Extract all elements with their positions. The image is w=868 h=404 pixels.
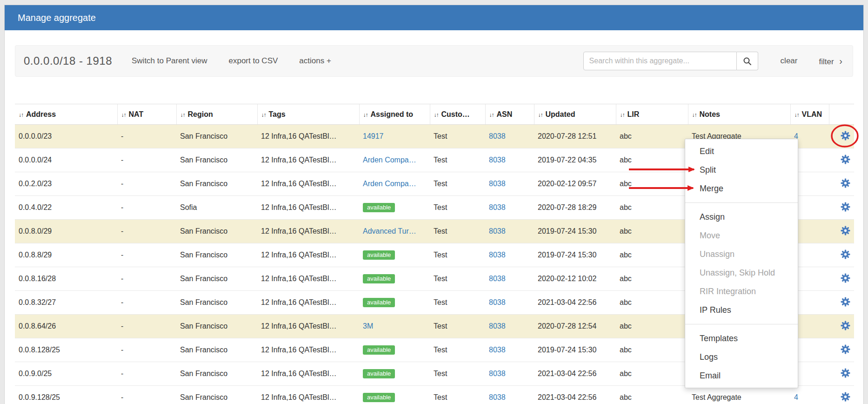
sort-icon[interactable]: ↓↑	[489, 112, 494, 118]
cell-region: San Francisco	[176, 315, 257, 338]
available-badge: available	[363, 298, 395, 307]
asn-link[interactable]: 8038	[489, 275, 506, 283]
cell-lir: abc	[616, 362, 688, 386]
cell-notes: Test Aggregate	[688, 386, 790, 404]
menu-item-split[interactable]: Split	[685, 161, 798, 179]
asn-link[interactable]: 8038	[489, 322, 506, 330]
search-input[interactable]	[583, 52, 737, 70]
gear-icon[interactable]	[841, 226, 850, 236]
page-header: Manage aggregate	[5, 5, 863, 30]
column-header-vlan[interactable]: ↓↑VLAN	[790, 104, 829, 125]
sort-icon[interactable]: ↓↑	[261, 112, 266, 118]
gear-icon[interactable]	[841, 368, 850, 378]
menu-item-templates[interactable]: Templates	[685, 329, 798, 348]
cell-assigned: Advanced Tur…	[359, 220, 430, 243]
cell-assigned: 14917	[359, 125, 430, 148]
asn-link[interactable]: 8038	[489, 298, 506, 306]
clear-button[interactable]: clear	[781, 56, 798, 66]
cell-assigned: available	[359, 291, 430, 315]
cell-customer: Test	[430, 315, 485, 338]
assigned-to-link[interactable]: 14917	[363, 132, 384, 140]
sort-icon[interactable]: ↓↑	[121, 112, 126, 118]
cell-region: San Francisco	[176, 148, 257, 172]
gear-icon[interactable]	[841, 273, 850, 283]
menu-item-merge[interactable]: Merge	[685, 179, 798, 198]
column-header-nat[interactable]: ↓↑NAT	[117, 104, 176, 125]
asn-link[interactable]: 8038	[489, 203, 506, 211]
export-csv-button[interactable]: export to CSV	[229, 56, 278, 66]
cell-customer: Test	[430, 386, 485, 404]
column-header-lir[interactable]: ↓↑LIR	[616, 104, 688, 125]
cell-address: 0.0.9.128/25	[15, 386, 117, 404]
cell-customer: Test	[430, 172, 485, 196]
gear-icon[interactable]	[841, 202, 850, 212]
cell-region: San Francisco	[176, 220, 257, 243]
vlan-link[interactable]: 4	[794, 393, 798, 401]
column-header-customer[interactable]: ↓↑Custo…	[430, 104, 485, 125]
asn-link[interactable]: 8038	[489, 251, 506, 259]
cell-address: 0.0.2.0/23	[15, 172, 117, 196]
sort-icon[interactable]: ↓↑	[795, 112, 799, 118]
cell-customer: Test	[430, 148, 485, 172]
asn-link[interactable]: 8038	[489, 156, 506, 164]
menu-item-logs[interactable]: Logs	[685, 348, 798, 366]
sort-icon[interactable]: ↓↑	[19, 112, 23, 118]
cell-tags: 12 Infra,16 QATestBl…	[257, 386, 359, 404]
column-header-tags[interactable]: ↓↑Tags	[257, 104, 359, 125]
cell-region: San Francisco	[176, 291, 257, 315]
column-header-region[interactable]: ↓↑Region	[176, 104, 257, 125]
table-header-row: ↓↑Address↓↑NAT↓↑Region↓↑Tags↓↑Assigned t…	[15, 104, 854, 125]
assigned-to-link[interactable]: 3M	[363, 322, 373, 330]
column-header-notes[interactable]: ↓↑Notes	[688, 104, 790, 125]
sort-icon[interactable]: ↓↑	[180, 112, 185, 118]
cell-asn: 8038	[485, 220, 534, 243]
filter-button[interactable]: filter ›	[819, 56, 842, 67]
sort-icon[interactable]: ↓↑	[538, 112, 543, 118]
sort-icon[interactable]: ↓↑	[434, 112, 439, 118]
page-title: Manage aggregate	[18, 13, 96, 23]
gear-icon[interactable]	[841, 131, 850, 141]
sort-icon[interactable]: ↓↑	[620, 112, 625, 118]
sort-icon[interactable]: ↓↑	[363, 112, 368, 118]
cell-lir: abc	[616, 315, 688, 338]
gear-icon[interactable]	[841, 392, 850, 402]
menu-item-edit[interactable]: Edit	[685, 142, 798, 161]
cell-address: 0.0.8.0/29	[15, 220, 117, 243]
sort-icon[interactable]: ↓↑	[692, 112, 697, 118]
menu-item-ip-rules[interactable]: IP Rules	[685, 301, 798, 319]
asn-link[interactable]: 8038	[489, 370, 506, 377]
menu-item-assign[interactable]: Assign	[685, 208, 798, 226]
asn-link[interactable]: 8038	[489, 180, 506, 188]
search-button[interactable]	[737, 52, 758, 70]
asn-link[interactable]: 8038	[489, 132, 506, 140]
gear-icon[interactable]	[841, 321, 850, 330]
gear-icon[interactable]	[841, 178, 850, 188]
asn-link[interactable]: 8038	[489, 393, 506, 401]
cell-address: 0.0.8.64/26	[15, 315, 117, 338]
gear-icon[interactable]	[841, 297, 850, 307]
column-label: Address	[26, 110, 56, 118]
menu-item-email[interactable]: Email	[685, 366, 798, 385]
asn-link[interactable]: 8038	[489, 227, 506, 235]
asn-link[interactable]: 8038	[489, 346, 506, 354]
column-header-asn[interactable]: ↓↑ASN	[485, 104, 534, 125]
column-header-address[interactable]: ↓↑Address	[15, 104, 117, 125]
available-badge: available	[363, 274, 395, 283]
column-header-assigned[interactable]: ↓↑Assigned to	[359, 104, 430, 125]
assigned-to-link[interactable]: Arden Compa…	[363, 180, 416, 188]
gear-icon[interactable]	[841, 155, 850, 164]
cell-nat: -	[117, 386, 176, 404]
column-label: LIR	[628, 110, 640, 118]
row-actions-cell	[829, 362, 854, 386]
available-badge: available	[363, 369, 395, 378]
actions-button[interactable]: actions +	[299, 56, 331, 66]
cell-asn: 8038	[485, 196, 534, 220]
assigned-to-link[interactable]: Advanced Tur…	[363, 227, 416, 235]
gear-icon[interactable]	[841, 249, 850, 259]
cell-nat: -	[117, 172, 176, 196]
switch-parent-view-button[interactable]: Switch to Parent view	[132, 56, 207, 66]
assigned-to-link[interactable]: Arden Compa…	[363, 156, 416, 164]
column-header-updated[interactable]: ↓↑Updated	[534, 104, 616, 125]
cell-nat: -	[117, 243, 176, 267]
gear-icon[interactable]	[841, 344, 850, 354]
